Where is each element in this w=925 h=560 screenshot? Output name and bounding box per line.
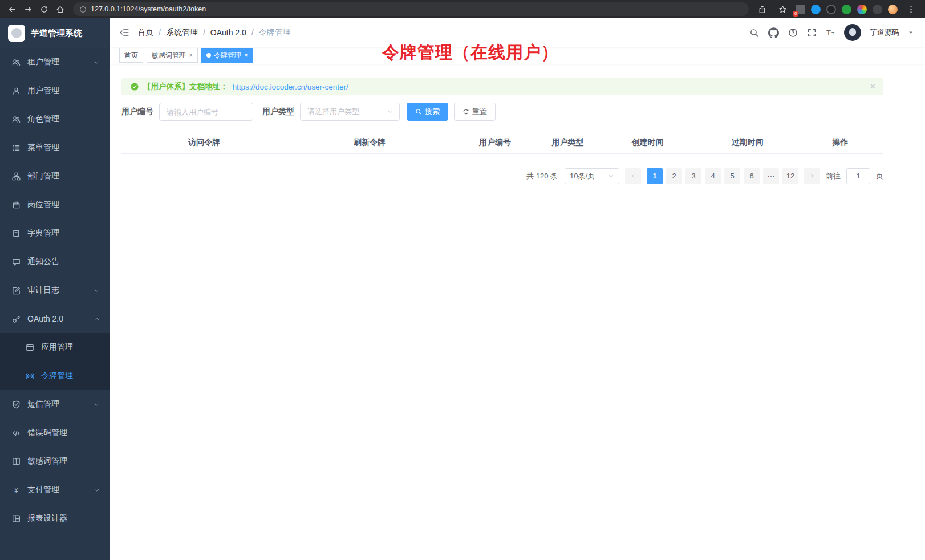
goto-label: 前往 xyxy=(826,171,841,181)
browser-forward-button[interactable] xyxy=(21,2,35,17)
pager-more-button[interactable]: ··· xyxy=(763,168,779,184)
sidebar-item-13[interactable]: 错误码管理 xyxy=(0,419,110,447)
share-button[interactable] xyxy=(754,2,769,17)
page-size-select[interactable]: 10条/页 xyxy=(565,168,619,184)
topbar-right: TT 芋道源码 xyxy=(749,24,914,41)
bookmark-star-button[interactable] xyxy=(775,2,790,17)
close-icon[interactable]: × xyxy=(244,51,248,59)
sidebar-item-16[interactable]: 报表设计器 xyxy=(0,504,110,533)
extension-icon-5[interactable] xyxy=(857,5,867,14)
extension-icon-3[interactable] xyxy=(826,5,836,14)
extension-icon-2[interactable] xyxy=(811,5,821,14)
sidebar-toggle-button[interactable] xyxy=(119,27,129,38)
help-icon[interactable] xyxy=(788,28,798,38)
sidebar-item-7[interactable]: 通知公告 xyxy=(0,247,110,276)
browser-home-button[interactable] xyxy=(52,2,67,17)
book-icon xyxy=(11,229,21,238)
reset-button-label: 重置 xyxy=(472,107,487,117)
browser-menu-button[interactable] xyxy=(903,2,918,17)
column-header-5: 过期时间 xyxy=(697,132,797,153)
pager-page-12[interactable]: 12 xyxy=(782,168,798,184)
success-check-icon xyxy=(131,83,139,91)
sidebar-item-4[interactable]: 部门管理 xyxy=(0,162,110,190)
browser-back-button[interactable] xyxy=(5,2,19,17)
chevron-down-icon xyxy=(387,109,393,115)
breadcrumb-item-2[interactable]: OAuth 2.0 xyxy=(210,28,246,37)
search-button[interactable]: 搜索 xyxy=(407,103,448,121)
sidebar-item-label: 菜单管理 xyxy=(27,143,59,153)
close-icon[interactable]: × xyxy=(189,51,193,59)
chevron-down-icon[interactable] xyxy=(908,30,914,35)
sidebar-item-label: 用户管理 xyxy=(27,86,59,96)
browser-nav-group xyxy=(5,2,67,17)
username[interactable]: 芋道源码 xyxy=(870,27,899,38)
extensions-menu-icon[interactable] xyxy=(873,5,882,14)
broadcast-icon xyxy=(25,371,34,380)
tab-0[interactable]: 首页 xyxy=(119,48,143,63)
site-info-icon[interactable] xyxy=(79,6,87,13)
doc-alert-link[interactable]: https://doc.iocoder.cn/user-center/ xyxy=(233,83,348,91)
main-area: 首页/系统管理/OAuth 2.0/令牌管理 TT 芋道源码 首页敏感词管理×令… xyxy=(110,18,925,560)
browser-profile-avatar[interactable] xyxy=(888,5,898,14)
user-id-input[interactable] xyxy=(159,103,253,121)
sidebar-item-5[interactable]: 岗位管理 xyxy=(0,190,110,219)
sidebar-item-0[interactable]: 租户管理 xyxy=(0,48,110,76)
column-header-2: 用户编号 xyxy=(452,132,538,153)
pager-page-2[interactable]: 2 xyxy=(666,168,682,184)
fullscreen-icon[interactable] xyxy=(807,28,817,38)
breadcrumb-separator: / xyxy=(203,28,205,37)
sidebar-item-3[interactable]: 菜单管理 xyxy=(0,133,110,162)
user-type-select[interactable]: 请选择用户类型 xyxy=(300,103,400,121)
pager-prev-button[interactable] xyxy=(625,168,641,184)
pager-page-1[interactable]: 1 xyxy=(647,168,663,184)
list-icon xyxy=(11,143,21,152)
user-type-select-placeholder: 请选择用户类型 xyxy=(307,107,359,117)
pager-next-button[interactable] xyxy=(804,168,820,184)
url-text: 127.0.0.1:1024/system/oauth2/token xyxy=(91,5,206,13)
sidebar-item-label: 审计日志 xyxy=(27,285,59,295)
address-bar[interactable]: 127.0.0.1:1024/system/oauth2/token xyxy=(73,2,749,16)
sidebar-item-11[interactable]: 令牌管理 xyxy=(0,362,110,390)
pager-page-6[interactable]: 6 xyxy=(744,168,760,184)
search-button-label: 搜索 xyxy=(425,107,440,117)
search-icon[interactable] xyxy=(749,28,759,38)
user-avatar[interactable] xyxy=(844,24,861,41)
pager-page-4[interactable]: 4 xyxy=(705,168,721,184)
sidebar-item-12[interactable]: 短信管理 xyxy=(0,390,110,419)
sidebar-item-15[interactable]: ¥支付管理 xyxy=(0,476,110,504)
extension-icon-1[interactable]: 0 xyxy=(796,5,805,14)
close-icon[interactable]: × xyxy=(870,82,875,91)
reset-button[interactable]: 重置 xyxy=(454,103,496,121)
refresh-icon xyxy=(462,108,469,115)
browser-toolbar: 127.0.0.1:1024/system/oauth2/token 0 xyxy=(0,0,925,18)
tab-1[interactable]: 敏感词管理× xyxy=(147,48,198,63)
tab-2[interactable]: 令牌管理× xyxy=(201,48,253,63)
chevron-down-icon xyxy=(608,173,614,179)
extension-icon-4[interactable] xyxy=(842,5,851,14)
sidebar-item-10[interactable]: 应用管理 xyxy=(0,333,110,362)
pager-page-5[interactable]: 5 xyxy=(724,168,740,184)
sidebar-item-2[interactable]: 角色管理 xyxy=(0,105,110,133)
pager-pages: 123456···12 xyxy=(647,168,798,184)
github-icon[interactable] xyxy=(768,27,779,38)
sidebar-item-14[interactable]: 敏感词管理 xyxy=(0,447,110,476)
browser-reload-button[interactable] xyxy=(36,2,51,17)
filter-form: 用户编号 用户类型 请选择用户类型 搜索 重置 xyxy=(121,103,883,121)
breadcrumb-item-0[interactable]: 首页 xyxy=(137,27,153,38)
font-size-icon[interactable]: TT xyxy=(826,28,835,38)
app-title: 芋道管理系统 xyxy=(31,28,82,39)
content: 【用户体系】文档地址： https://doc.iocoder.cn/user-… xyxy=(110,64,925,184)
shield-icon xyxy=(11,400,21,409)
app-icon xyxy=(25,343,34,352)
sidebar-item-9[interactable]: OAuth 2.0 xyxy=(0,305,110,333)
user-id-label: 用户编号 xyxy=(121,107,153,117)
goto-page-input[interactable] xyxy=(846,168,870,184)
breadcrumb-item-3: 令牌管理 xyxy=(259,27,291,38)
sidebar-item-8[interactable]: 审计日志 xyxy=(0,276,110,305)
pager-page-3[interactable]: 3 xyxy=(685,168,701,184)
breadcrumb-item-1[interactable]: 系统管理 xyxy=(166,27,198,38)
sidebar-item-6[interactable]: 字典管理 xyxy=(0,219,110,247)
sidebar-item-1[interactable]: 用户管理 xyxy=(0,76,110,105)
sidebar-item-label: 部门管理 xyxy=(27,171,59,181)
svg-text:¥: ¥ xyxy=(14,486,18,494)
